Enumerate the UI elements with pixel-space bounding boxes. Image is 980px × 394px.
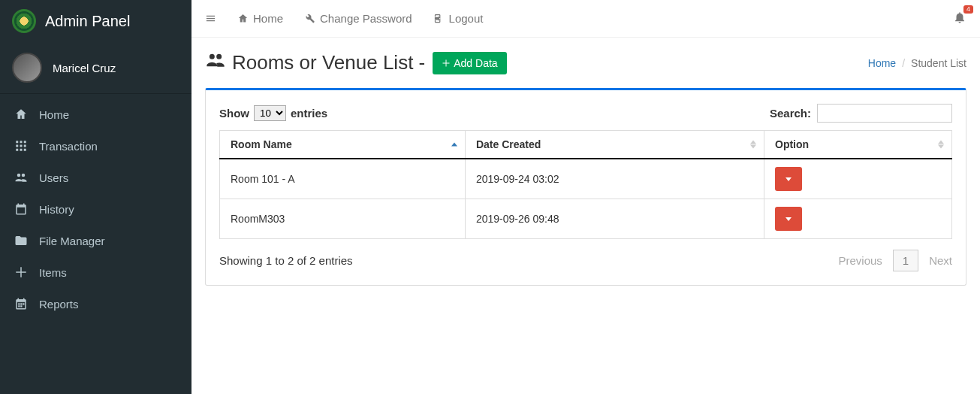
- pagination-previous[interactable]: Previous: [838, 254, 882, 267]
- main-area: Home Change Password Logout 4 Rooms or V…: [191, 0, 980, 394]
- show-label: Show: [219, 107, 249, 120]
- col-date-created-label: Date Created: [476, 138, 541, 150]
- breadcrumb: Home / Student List: [868, 57, 966, 69]
- add-data-label: Add Data: [454, 57, 497, 69]
- entries-label: entries: [291, 107, 327, 120]
- sort-indicator-icon: [750, 141, 756, 149]
- pagination: Previous 1 Next: [838, 250, 952, 271]
- sidebar-item-label: Transaction: [39, 140, 98, 153]
- user-panel[interactable]: Maricel Cruz: [0, 42, 191, 93]
- col-option-label: Option: [775, 138, 809, 150]
- calendar-grid-icon: [14, 297, 29, 311]
- cell-option: [764, 159, 952, 199]
- breadcrumb-current: Student List: [911, 57, 966, 69]
- brand[interactable]: Admin Panel: [0, 0, 191, 42]
- cell-date-created: 2019-09-24 03:02: [465, 159, 764, 199]
- table-row: RoomM303 2019-09-26 09:48: [220, 199, 952, 239]
- hamburger-icon: [205, 13, 216, 24]
- row-actions-button[interactable]: [775, 207, 802, 231]
- brand-logo-icon: [12, 9, 36, 33]
- table-footer: Showing 1 to 2 of 2 entries Previous 1 N…: [219, 250, 952, 271]
- add-data-button[interactable]: Add Data: [433, 52, 506, 74]
- topbar-logout-label: Logout: [449, 12, 484, 25]
- row-actions-button[interactable]: [775, 167, 802, 191]
- page-header: Rooms or Venue List - Add Data Home / St…: [205, 50, 966, 76]
- menu-toggle[interactable]: [205, 13, 216, 24]
- notifications[interactable]: 4: [953, 11, 966, 26]
- home-icon: [237, 13, 249, 24]
- sidebar-item-users[interactable]: Users: [0, 162, 191, 193]
- cell-room-name: Room 101 - A: [220, 159, 466, 199]
- col-room-name-label: Room Name: [231, 138, 292, 150]
- wrench-icon: [304, 13, 315, 24]
- sidebar-item-home[interactable]: Home: [0, 98, 191, 130]
- page-title: Rooms or Venue List -: [205, 50, 425, 76]
- content: Rooms or Venue List - Add Data Home / St…: [191, 38, 980, 298]
- home-icon: [14, 108, 29, 121]
- cell-option: [764, 199, 952, 239]
- sidebar-item-label: Items: [39, 266, 67, 279]
- sidebar-item-label: History: [39, 203, 74, 216]
- grid-icon: [14, 139, 29, 153]
- sidebar-item-items[interactable]: Items: [0, 256, 191, 288]
- avatar: [12, 53, 42, 83]
- pagination-next[interactable]: Next: [929, 254, 952, 267]
- sidebar-item-label: Users: [39, 171, 68, 184]
- cell-room-name: RoomM303: [220, 199, 466, 239]
- plus-icon: [442, 59, 451, 68]
- plus-icon: [14, 265, 29, 279]
- topbar-home-label: Home: [253, 12, 283, 25]
- search-label: Search:: [770, 107, 811, 120]
- page-size-select[interactable]: 10: [254, 105, 286, 121]
- pagination-page-1[interactable]: 1: [893, 250, 918, 271]
- search-input[interactable]: [817, 104, 952, 123]
- topbar-logout[interactable]: Logout: [433, 12, 484, 25]
- sidebar-item-label: Reports: [39, 298, 79, 311]
- sidebar-item-label: Home: [39, 108, 69, 121]
- users-icon: [205, 50, 226, 76]
- table-controls: Show 10 entries Search:: [219, 104, 952, 123]
- brand-title: Admin Panel: [45, 13, 130, 30]
- col-date-created[interactable]: Date Created: [465, 131, 764, 159]
- cell-date-created: 2019-09-26 09:48: [465, 199, 764, 239]
- sort-indicator-icon: [938, 141, 944, 149]
- page-title-text: Rooms or Venue List -: [232, 51, 425, 74]
- topbar-home[interactable]: Home: [237, 12, 283, 25]
- sidebar-item-history[interactable]: History: [0, 193, 191, 225]
- table-row: Room 101 - A 2019-09-24 03:02: [220, 159, 952, 199]
- col-room-name[interactable]: Room Name: [220, 131, 466, 159]
- sidebar-divider: [0, 93, 191, 94]
- sidebar: Admin Panel Maricel Cruz Home Transactio…: [0, 0, 191, 394]
- sort-indicator-icon: [451, 143, 457, 147]
- sidebar-item-transaction[interactable]: Transaction: [0, 130, 191, 162]
- user-name: Maricel Cruz: [53, 62, 116, 74]
- col-option[interactable]: Option: [764, 131, 952, 159]
- data-panel: Show 10 entries Search: Room Name: [205, 88, 966, 286]
- data-table: Room Name Date Created: [219, 130, 952, 239]
- topbar: Home Change Password Logout 4: [191, 0, 980, 38]
- sidebar-item-file-manager[interactable]: File Manager: [0, 225, 191, 256]
- breadcrumb-separator: /: [902, 57, 905, 69]
- topbar-change-password-label: Change Password: [320, 12, 412, 25]
- sidebar-nav: Home Transaction Users History File Mana…: [0, 98, 191, 320]
- folder-icon: [14, 234, 29, 247]
- sidebar-item-label: File Manager: [39, 235, 105, 247]
- users-icon: [14, 171, 29, 184]
- caret-down-icon: [786, 177, 792, 181]
- logout-icon: [433, 13, 445, 24]
- breadcrumb-home[interactable]: Home: [868, 57, 896, 69]
- table-info: Showing 1 to 2 of 2 entries: [219, 254, 353, 267]
- calendar-icon: [14, 202, 29, 216]
- topbar-change-password[interactable]: Change Password: [304, 12, 412, 25]
- sidebar-item-reports[interactable]: Reports: [0, 288, 191, 320]
- notification-badge: 4: [963, 5, 973, 14]
- caret-down-icon: [786, 217, 792, 221]
